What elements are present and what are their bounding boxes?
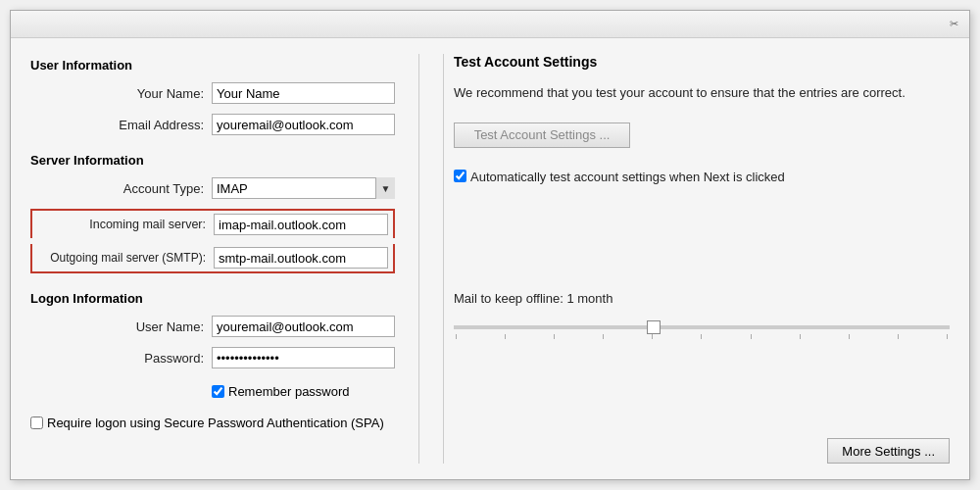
offline-section: Mail to keep offline: 1 month [454,291,950,343]
incoming-server-row: Incoming mail server: [30,209,395,238]
tick-6 [751,334,752,339]
incoming-label: Incoming mail server: [32,218,214,231]
account-type-select[interactable]: IMAP POP3 Exchange [212,177,395,199]
outgoing-input[interactable] [214,247,388,269]
test-account-description: We recommend that you test your account … [454,83,950,103]
user-info-title: User Information [30,58,395,73]
remember-password-row: Remember password [212,384,395,399]
test-account-button[interactable]: Test Account Settings ... [454,122,630,148]
username-input[interactable] [212,316,395,337]
auto-test-label: Automatically test account settings when… [470,168,785,187]
tick-1 [505,334,506,339]
scissors-icon: ✂ [944,15,963,34]
tick-9 [898,334,899,339]
outgoing-label: Outgoing mail server (SMTP): [32,251,214,265]
remember-password-label: Remember password [228,384,350,399]
slider-container [454,314,950,343]
username-row: User Name: [30,316,395,337]
remember-password-checkbox[interactable] [212,385,224,398]
top-bar: ✂ [11,11,969,38]
tick-4 [652,334,653,339]
account-type-label: Account Type: [30,181,212,196]
email-input[interactable] [212,114,395,135]
account-type-wrapper: IMAP POP3 Exchange ▼ [212,177,395,199]
tick-2 [554,334,555,339]
auto-test-row: Automatically test account settings when… [454,168,950,187]
email-label: Email Address: [30,118,212,132]
offline-label: Mail to keep offline: 1 month [454,291,950,306]
outgoing-server-row: Outgoing mail server (SMTP): [30,244,395,273]
logon-info-title: Logon Information [30,291,395,306]
content-area: User Information Your Name: Email Addres… [11,38,969,479]
left-panel: User Information Your Name: Email Addres… [30,54,395,464]
username-label: User Name: [30,319,212,334]
your-name-row: Your Name: [30,82,395,104]
tick-5 [701,334,702,339]
vertical-divider [418,54,419,464]
incoming-input[interactable] [214,214,388,235]
account-type-row: Account Type: IMAP POP3 Exchange ▼ [30,177,395,199]
slider-ticks [454,334,950,339]
spa-checkbox[interactable] [30,416,43,429]
your-name-input[interactable] [212,82,395,104]
tick-3 [603,334,604,339]
more-settings-row: More Settings ... [454,438,950,464]
spa-row: Require logon using Secure Password Auth… [30,415,395,432]
your-name-label: Your Name: [30,86,212,101]
tick-10 [947,334,948,339]
email-row: Email Address: [30,114,395,135]
tick-0 [456,334,457,339]
spa-label: Require logon using Secure Password Auth… [47,415,384,432]
tick-8 [849,334,850,339]
auto-test-checkbox[interactable] [454,170,466,182]
more-settings-button[interactable]: More Settings ... [827,438,950,464]
test-account-title: Test Account Settings [454,54,950,70]
account-settings-dialog: ✂ User Information Your Name: Email Addr… [10,10,970,480]
password-input[interactable] [212,347,395,368]
server-info-title: Server Information [30,153,395,168]
right-panel: Test Account Settings We recommend that … [443,54,950,464]
password-label: Password: [30,351,212,366]
password-row: Password: [30,347,395,368]
tick-7 [800,334,801,339]
offline-slider[interactable] [454,325,950,329]
